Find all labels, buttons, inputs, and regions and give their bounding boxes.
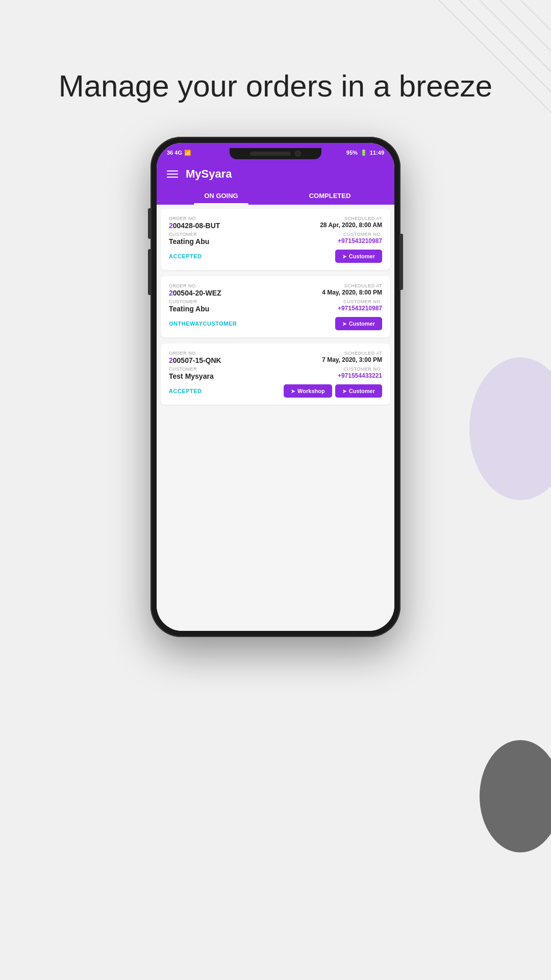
customer-no-label-3: CUSTOMER NO. (338, 366, 382, 372)
order-row-mid-1: CUSTOMER Teating Abu CUSTOMER NO. +97154… (169, 232, 382, 246)
phone-body: 36 4G 📶 95% 🔋 11:49 MySyara (151, 137, 400, 637)
customer-no-text-1: +971543210987 (338, 237, 382, 244)
customer-label-2: CUSTOMER (169, 299, 209, 304)
send-icon-customer-3: ➤ (342, 388, 346, 394)
customer-no-text-2: +971543210987 (338, 305, 382, 312)
order-card-2: ORDER NO. 200504-20-WEZ SCHEDULED AT 4 M… (161, 276, 390, 337)
customer-name-1: Teating Abu (169, 237, 209, 246)
hamburger-menu-button[interactable] (167, 170, 178, 178)
battery-icon: 🔋 (360, 150, 367, 156)
customer-name-2: Teating Abu (169, 305, 209, 313)
order-row-mid-2: CUSTOMER Teating Abu CUSTOMER NO. +97154… (169, 299, 382, 313)
btn-group-1: ➤ Customer (335, 250, 382, 263)
status-right: 95% 🔋 11:49 (346, 150, 384, 156)
customer-no-label-1: CUSTOMER NO. (338, 232, 382, 237)
svg-line-2 (480, 0, 551, 71)
phone-screen: 36 4G 📶 95% 🔋 11:49 MySyara (157, 143, 394, 631)
header-title-row: MySyara (167, 167, 384, 187)
status-badge-1: ACCEPTED (169, 253, 202, 259)
app-title: MySyara (186, 167, 232, 181)
scheduled-label-2: SCHEDULED AT (322, 283, 382, 288)
scheduled-time-3: 7 May, 2020, 3:00 PM (322, 356, 382, 363)
page-heading: Manage your orders in a breeze (59, 66, 493, 106)
time-text: 11:49 (370, 150, 384, 156)
orders-list: ORDER NO. 200428-08-BUT SCHEDULED AT 28 … (157, 205, 394, 631)
order-no-text-1: 200428-08-BUT (169, 222, 220, 230)
volume-up-button (148, 208, 151, 239)
customer-no-block-3: CUSTOMER NO. +971554433221 (338, 366, 382, 379)
order-row-top-3: ORDER NO. 200507-15-QNK SCHEDULED AT 7 M… (169, 351, 382, 364)
order-row-mid-3: CUSTOMER Test Mysyara CUSTOMER NO. +9715… (169, 366, 382, 380)
deco-circle-dark (480, 740, 551, 852)
phone-top-sensors (230, 148, 321, 159)
customer-btn-2[interactable]: ➤ Customer (335, 317, 382, 330)
card-bottom-3: ACCEPTED ➤ Workshop ➤ Customer (169, 384, 382, 398)
status-left: 36 4G 📶 (167, 150, 191, 156)
order-card-1: ORDER NO. 200428-08-BUT SCHEDULED AT 28 … (161, 209, 390, 270)
scheduled-time-2: 4 May, 2020, 8:00 PM (322, 289, 382, 296)
scheduled-time-1: 28 Apr, 2020, 8:00 AM (320, 222, 382, 229)
customer-btn-1[interactable]: ➤ Customer (335, 250, 382, 263)
workshop-btn-3[interactable]: ➤ Workshop (284, 384, 332, 398)
customer-btn-3[interactable]: ➤ Customer (335, 384, 382, 398)
volume-down-button (148, 249, 151, 295)
customer-no-block-2: CUSTOMER NO. +971543210987 (338, 299, 382, 312)
btn-group-3: ➤ Workshop ➤ Customer (284, 384, 382, 398)
scheduled-block-3: SCHEDULED AT 7 May, 2020, 3:00 PM (322, 351, 382, 363)
tabs-container: ON GOING COMPLETED (167, 187, 384, 205)
status-badge-2: ONTHEWAYCUSTOMER (169, 321, 237, 327)
customer-block-2: CUSTOMER Teating Abu (169, 299, 209, 313)
send-icon-workshop-3: ➤ (291, 388, 295, 394)
scheduled-label-1: SCHEDULED AT (320, 216, 382, 221)
card-bottom-1: ACCEPTED ➤ Customer (169, 250, 382, 263)
battery-text: 95% (346, 150, 358, 156)
tab-ongoing[interactable]: ON GOING (167, 187, 276, 205)
svg-line-3 (500, 0, 551, 51)
app-header: MySyara ON GOING COMPLETED (157, 162, 394, 205)
customer-block-3: CUSTOMER Test Mysyara (169, 366, 214, 380)
carrier-text: 36 4G (167, 150, 182, 156)
order-no-text-2: 200504-20-WEZ (169, 289, 221, 297)
order-row-top-2: ORDER NO. 200504-20-WEZ SCHEDULED AT 4 M… (169, 283, 382, 297)
scheduled-block-1: SCHEDULED AT 28 Apr, 2020, 8:00 AM (320, 216, 382, 229)
deco-circle-light (469, 357, 551, 500)
order-no-text-3: 200507-15-QNK (169, 356, 221, 364)
speaker-grille (250, 152, 291, 156)
customer-label-3: CUSTOMER (169, 366, 214, 372)
customer-no-text-3: +971554433221 (338, 372, 382, 379)
card-bottom-2: ONTHEWAYCUSTOMER ➤ Customer (169, 317, 382, 330)
customer-no-label-2: CUSTOMER NO. (338, 299, 382, 304)
signal-icon: 📶 (184, 150, 191, 156)
customer-block-1: CUSTOMER Teating Abu (169, 232, 209, 246)
order-no-block-1: ORDER NO. 200428-08-BUT (169, 216, 220, 230)
status-badge-3: ACCEPTED (169, 388, 202, 394)
customer-name-3: Test Mysyara (169, 372, 214, 380)
order-label-3: ORDER NO. (169, 351, 221, 356)
front-camera (295, 151, 301, 157)
customer-label-1: CUSTOMER (169, 232, 209, 237)
order-row-top-1: ORDER NO. 200428-08-BUT SCHEDULED AT 28 … (169, 216, 382, 230)
scheduled-label-3: SCHEDULED AT (322, 351, 382, 356)
send-icon-2: ➤ (342, 321, 346, 327)
order-label-2: ORDER NO. (169, 283, 221, 288)
tab-completed[interactable]: COMPLETED (276, 187, 384, 205)
send-icon-1: ➤ (342, 254, 346, 259)
phone-mockup: 36 4G 📶 95% 🔋 11:49 MySyara (151, 137, 400, 637)
order-card-3: ORDER NO. 200507-15-QNK SCHEDULED AT 7 M… (161, 344, 390, 405)
btn-group-2: ➤ Customer (335, 317, 382, 330)
order-no-block-2: ORDER NO. 200504-20-WEZ (169, 283, 221, 297)
order-no-block-3: ORDER NO. 200507-15-QNK (169, 351, 221, 364)
order-label-1: ORDER NO. (169, 216, 220, 221)
svg-line-4 (520, 0, 551, 31)
customer-no-block-1: CUSTOMER NO. +971543210987 (338, 232, 382, 244)
scheduled-block-2: SCHEDULED AT 4 May, 2020, 8:00 PM (322, 283, 382, 296)
power-button (400, 234, 403, 290)
